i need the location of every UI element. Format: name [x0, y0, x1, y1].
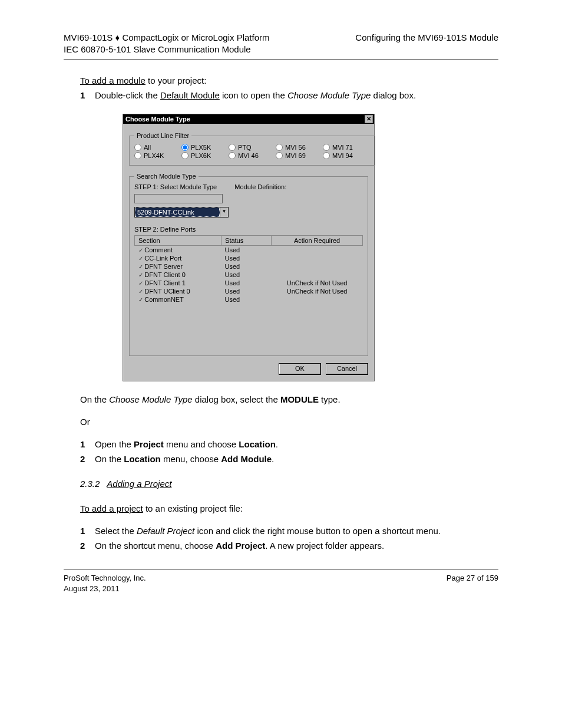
- addproj-step2-d: . A new project folder appears.: [265, 541, 384, 551]
- after-step1-d: menu and choose: [164, 439, 239, 449]
- after-step2-num: 2: [80, 454, 85, 464]
- module-definition-label: Module Definition:: [234, 183, 286, 190]
- intro-heading-rest: to your project:: [146, 75, 206, 85]
- table-row[interactable]: DFNT UClient 0UsedUnCheck if Not Used: [135, 287, 363, 295]
- step-1-term-d: Choose Module Type: [287, 90, 371, 100]
- addproj-step2-c: Add Project: [216, 541, 265, 551]
- radio-ptq[interactable]: PTQ: [229, 144, 276, 151]
- dialog-title: Choose Module Type: [125, 116, 190, 123]
- addproj-step1-d: icon and click the right mouse button to…: [194, 526, 441, 536]
- footer-date: August 23, 2011: [64, 584, 120, 593]
- after-step1-b: Open the: [95, 439, 134, 449]
- after-step1-e: Location: [239, 439, 276, 449]
- addproj-p1-a: To add a project: [80, 503, 143, 513]
- radio-mvi69[interactable]: MVI 69: [276, 152, 323, 159]
- footer-rule: [64, 569, 498, 569]
- search-module-type-group: Search Module Type STEP 1: Select Module…: [129, 173, 368, 356]
- addproj-step2-b: On the shortcut menu, choose: [95, 541, 216, 551]
- product-line-legend: Product Line Filter: [134, 132, 191, 139]
- radio-mvi46[interactable]: MVI 46: [229, 152, 276, 159]
- module-type-input[interactable]: [134, 194, 223, 203]
- intro-heading: To add a module: [80, 75, 146, 85]
- step-1-term-b: Default Module: [160, 90, 220, 100]
- after-step2-d: menu, choose: [161, 454, 222, 464]
- after-step1-f: .: [276, 439, 278, 449]
- header-chapter: Configuring the MVI69-101S Module: [355, 32, 498, 42]
- after-or: Or: [80, 416, 498, 429]
- after-step2-b: On the: [95, 454, 124, 464]
- table-row[interactable]: DFNT ServerUsed: [135, 262, 363, 271]
- combo-value: 5209-DFNT-CCLink: [135, 207, 220, 217]
- ok-button[interactable]: OK: [279, 363, 321, 375]
- heading-232-num: 2.3.2: [80, 479, 100, 489]
- step2-label: STEP 2: Define Ports: [134, 226, 363, 233]
- table-row[interactable]: DFNT Client 0Used: [135, 271, 363, 279]
- header-rule: [64, 60, 498, 60]
- chevron-down-icon[interactable]: ▼: [220, 207, 228, 217]
- header-module: IEC 60870-5-101 Slave Communication Modu…: [64, 44, 251, 54]
- radio-plx5k[interactable]: PLX5K: [181, 144, 229, 151]
- footer-company: ProSoft Technology, Inc.: [64, 574, 146, 582]
- addproj-step1-b: Select the: [95, 526, 137, 536]
- radio-all[interactable]: All: [134, 144, 181, 151]
- after-step1-c: Project: [134, 439, 164, 449]
- heading-232-title: Adding a Project: [107, 479, 171, 489]
- module-type-combo[interactable]: 5209-DFNT-CCLink ▼: [134, 207, 229, 218]
- radio-mvi71[interactable]: MVI 71: [323, 144, 370, 151]
- header-product: MVI69-101S: [64, 32, 113, 42]
- radio-plx4k[interactable]: PLX4K: [134, 152, 181, 159]
- choose-module-dialog: Choose Module Type ✕ Product Line Filter…: [123, 114, 375, 381]
- after-p1-e: type.: [319, 394, 340, 404]
- step-1-text-a: Double-click the: [95, 90, 160, 100]
- radio-mvi94[interactable]: MVI 94: [323, 152, 370, 159]
- addproj-step2-num: 2: [80, 541, 85, 551]
- define-ports-table: Section Status Action Required CommentUs…: [134, 235, 363, 304]
- table-row[interactable]: CC-Link PortUsed: [135, 254, 363, 262]
- after-step2-e: Add Module: [221, 454, 272, 464]
- step-number-1: 1: [80, 90, 85, 100]
- after-step2-c: Location: [124, 454, 161, 464]
- close-icon[interactable]: ✕: [365, 115, 373, 123]
- table-row[interactable]: CommonNETUsed: [135, 295, 363, 304]
- cancel-button[interactable]: Cancel: [326, 363, 368, 375]
- addproj-step1-num: 1: [80, 526, 85, 536]
- after-p1-c: dialog box, select the: [193, 394, 280, 404]
- product-line-filter-group: Product Line Filter All PLX5K PTQ MVI 56…: [129, 132, 375, 166]
- after-p1-b: Choose Module Type: [109, 394, 192, 404]
- header-diamond: ♦: [115, 32, 120, 42]
- step1-label: STEP 1: Select Module Type: [134, 183, 217, 190]
- footer-page: Page 27 of 159: [447, 574, 498, 582]
- table-row[interactable]: DFNT Client 1UsedUnCheck if Not Used: [135, 279, 363, 287]
- th-action: Action Required: [272, 236, 363, 246]
- after-step2-f: .: [272, 454, 274, 464]
- th-section: Section: [135, 236, 222, 246]
- step-1-text-e: dialog box.: [371, 90, 416, 100]
- addproj-step1-c: Default Project: [137, 526, 194, 536]
- after-step1-num: 1: [80, 439, 85, 449]
- addproj-p1-b: to an existing project file:: [143, 503, 243, 513]
- radio-plx6k[interactable]: PLX6K: [181, 152, 229, 159]
- header-platform: CompactLogix or MicroLogix Platform: [122, 32, 269, 42]
- after-p1-d: MODULE: [280, 394, 319, 404]
- radio-mvi56[interactable]: MVI 56: [276, 144, 323, 151]
- th-status: Status: [222, 236, 272, 246]
- table-row[interactable]: CommentUsed: [135, 246, 363, 255]
- after-p1-a: On the: [80, 394, 109, 404]
- search-module-legend: Search Module Type: [134, 173, 199, 180]
- step-1-text-c: icon to open the: [220, 90, 287, 100]
